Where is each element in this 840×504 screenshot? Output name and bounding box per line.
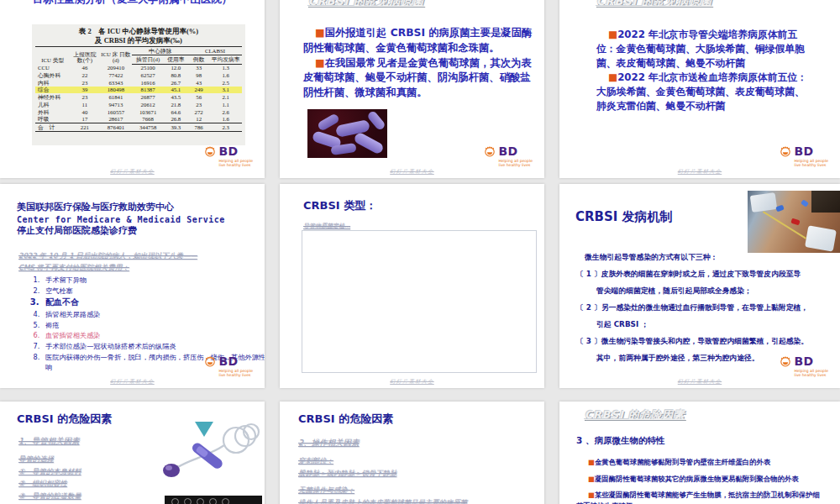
garbled-line: 2、操作相关因素 (298, 437, 467, 449)
icu-usage-table: 表 2 各 ICU 中心静脉导管使用率(%) 及 CRBSI 的平均发病率(‰)… (32, 24, 245, 145)
slide-7-list: 1、导管相关因素 导管的选择 ① 导管的本身材料 ② 组织相容性 ③ 导管的腔道… (18, 435, 81, 504)
slide-1-thumbnail[interactable]: 目标性监测分析（复旦大学附属中山医院） 表 2 各 ICU 中心静脉导管使用率(… (0, 0, 265, 178)
slide-9-heading: 3 、病原微生物的特性 (576, 435, 664, 447)
bd-sun-icon (779, 354, 792, 368)
iv-catheter-illustration (153, 408, 260, 491)
slide-9-bullets: ■金黄色葡萄球菌能够黏附到导管内壁宿主纤维蛋白的外表 ■凝固酶阴性葡萄球菌较其它… (576, 457, 825, 504)
bacteria-micrograph-image (307, 109, 387, 158)
bd-logo: BD Helping all peoplelive healthy lives (203, 144, 253, 168)
bd-sun-icon (203, 354, 217, 368)
bd-wordmark: BD (218, 145, 253, 157)
slide-6-title: CRBSI 发病机制 (575, 209, 673, 225)
list-item: 手术部位感染—冠状动脉搭桥术后的纵隔炎 (42, 341, 265, 352)
square-bullet-icon: ■ (588, 491, 595, 499)
bd-sun-icon (203, 144, 217, 158)
list-item: 褥疮 (42, 320, 265, 331)
slide-9-fancy-title: CRBSI 的危险因素 (585, 408, 685, 423)
list-item: 插管相关尿路感染 (42, 309, 265, 320)
col-header-hospitals: 上报医院 数(个) (70, 47, 99, 64)
bd-sun-icon (779, 144, 792, 158)
slide-6-body: 微生物引起导管感染的方式有以下三种： 〔 1 〕皮肤外表的细菌在穿刺时或之后，通… (576, 253, 828, 370)
slide-8-list: 2、操作相关因素 穿刺部位： 股静脉＞颈内静脉＞锁骨下静脉 无菌操作与感染： 操… (298, 437, 467, 504)
slide-8-thumbnail[interactable]: CRBSI 的危险因素 2、操作相关因素 穿刺部位： 股静脉＞颈内静脉＞锁骨下静… (280, 402, 544, 504)
empty-content-box (302, 230, 537, 373)
col-header-cases: 例数 (188, 55, 209, 64)
square-bullet-icon: ■ (315, 57, 325, 69)
square-bullet-icon: ■ (608, 29, 617, 40)
square-bullet-icon: ■ (608, 71, 617, 83)
garbled-line: 导管的选择 (18, 454, 81, 465)
bd-logo: BD Helping all peoplelive healthy lives (483, 144, 533, 168)
table-row: 内科2363343 1691626.743 2.5 (35, 79, 242, 87)
col-header-icu-type: ICU 类型 (35, 47, 70, 64)
garbled-line: ③ 导管的腔道数量 (18, 491, 81, 501)
square-bullet-icon: ■ (588, 458, 595, 466)
bullet-line: ■金黄色葡萄球菌能够黏附到导管内壁宿主纤维蛋白的外表 (576, 457, 825, 468)
table-caption-line1: 表 2 各 ICU 中心静脉导管使用率(%) (32, 27, 245, 36)
garbled-line: ② 组织相容性 (18, 478, 81, 489)
bd-tagline: Helping all peoplelive healthy lives (218, 159, 253, 168)
table-row: 呼吸1728617 766826.812 1.6 (35, 116, 242, 123)
table-row: 心胸外科2277422 6252780.898 1.6 (35, 71, 242, 79)
list-item: 配血不合 (42, 296, 265, 309)
col-header-use-rate: 使用率 (164, 55, 188, 64)
col-group-cvc: 中心静脉 (132, 47, 187, 55)
body-line: 〔 1 〕皮肤外表的细菌在穿刺时或之后，通过皮下致导管皮内段至导 (576, 270, 828, 279)
slide-2-body: ■国外报道引起 CRBSI 的病原菌主要是凝固酶阴性葡萄球菌、金黄色葡萄球菌和念… (303, 26, 535, 101)
table-row: 合 计221876401 34475839.3786 2.3 (35, 123, 242, 132)
bd-tagline: Helping all peoplelive healthy lives (498, 159, 533, 168)
bullet-line: ■某些凝固酶阴性葡萄球菌能够产生生物膜，抵抗宿主的防卫机制和保护细菌不被抗生素破… (576, 490, 825, 504)
garbled-line: 股静脉＞颈内静脉＞锁骨下静脉 (298, 468, 467, 479)
slide-7-title: CRBSI 的危险因素 (17, 412, 112, 427)
slide-1-title: 目标性监测分析（复旦大学附属中山医院） (0, 0, 265, 7)
list-item: 手术留下异物 (42, 275, 265, 286)
slide-8-title: CRBSI 的危险因素 (298, 412, 393, 427)
bd-wordmark: BD (794, 355, 828, 367)
garbled-line: 操作人员手及皮肤上的表皮葡萄球菌是最主要的病原菌 (298, 497, 467, 504)
col-header-bed-days: ICU 床 日数(d) (99, 47, 132, 64)
bd-logo: BD Helping all peoplelive healthy lives (779, 144, 828, 168)
bd-wordmark: BD (218, 355, 253, 367)
bd-sun-icon (483, 144, 496, 158)
square-bullet-icon: ■ (315, 27, 325, 39)
body-line: 〔 2 〕另一感染灶的微生物通过血行播散到导管，在导管上黏附定植， (576, 303, 828, 312)
slide-2-thumbnail[interactable]: CRBSI 的常见病原菌 ■国外报道引起 CRBSI 的病原菌主要是凝固酶阴性葡… (280, 0, 544, 178)
table-row: 儿科1194713 2061221.823 1.1 (35, 101, 242, 108)
slide-6-thumbnail[interactable]: CRBSI 发病机制 微生物引起导管感染的方式有以下三种： 〔 1 〕皮肤外表的… (559, 184, 840, 388)
watermark-text: 幻灯片素材大全 (110, 168, 155, 176)
square-bullet-icon: ■ (588, 475, 595, 483)
garbled-line: ① 导管的本身材料 (18, 466, 81, 477)
slide-3-body: ■2022 年北京市导管尖端培养病原体前五位：金黄色葡萄球菌、大肠埃希菌、铜绿假… (596, 28, 808, 114)
watermark-text: 幻灯片素材大全 (390, 168, 434, 176)
table-caption-line2: 及 CRBSI 的平均发病率(‰) (32, 36, 245, 45)
slide-9-thumbnail[interactable]: CRBSI 的危险因素 3 、病原微生物的特性 ■金黄色葡萄球菌能够黏附到导管内… (559, 402, 840, 504)
slide-4-heading: 美国联邦医疗保险与医疗救助效劳中心 Center for Medicare & … (17, 202, 225, 238)
bd-tagline: Helping all peoplelive healthy lives (794, 369, 828, 378)
table-row: 外科40160557 10367164.6272 2.6 (35, 108, 242, 116)
bd-tagline: Helping all peoplelive healthy lives (218, 369, 253, 378)
catheter-parts-strip-image (165, 496, 262, 504)
bd-wordmark: BD (794, 145, 828, 157)
bd-tagline: Helping all peoplelive healthy lives (794, 159, 828, 168)
slide-2-title: CRBSI 的常见病原菌 (308, 0, 424, 9)
watermark-text: 幻灯片素材大全 (110, 378, 155, 386)
body-line: 〔 3 〕微生物污染导管接头和内腔，导致管腔内细菌繁殖，引起感染。 (576, 337, 828, 346)
garbled-line: 穿刺部位： (298, 455, 467, 466)
slide-4-subnote: 2022 年 10 月 1 日后出院的病人，如出现以下八类—— CMS 将不再支… (18, 249, 197, 274)
col-header-avg-rate: 平均发病率 (209, 55, 242, 64)
table-row: 综合39180498 8138745.1249 3.1 (35, 87, 242, 94)
slide-4-thumbnail[interactable]: 美国联邦医疗保险与医疗救助效劳中心 Center for Medicare & … (0, 184, 265, 388)
table-row: CCU46209410 2510012.033 1.3 (35, 64, 242, 71)
slide-5-note: 导管病原菌定植… (303, 222, 350, 230)
col-header-cath-days: 插管日(d) (132, 55, 163, 64)
bd-logo: BD Helping all peoplelive healthy lives (203, 354, 253, 378)
watermark-text: 幻灯片素材大全 (390, 378, 434, 386)
body-line: 管尖端的细菌定植，随后引起局部或全身感染； (596, 286, 828, 296)
bullet-line: ■凝固酶阴性葡萄球菌较其它的病原微生物更易黏附到聚合物的外表 (576, 474, 825, 485)
slide-7-thumbnail[interactable]: CRBSI 的危险因素 1、导管相关因素 导管的选择 ① 导管的本身材料 ② 组… (0, 402, 265, 504)
slide-3-title: CRBSI 的常见病原菌 (596, 0, 712, 9)
watermark-text: 幻灯片素材大全 (678, 378, 722, 386)
slide-5-thumbnail[interactable]: CRBSI 类型： 导管病原菌定植… 幻灯片素材大全 (280, 184, 544, 388)
garbled-line: 1、导管相关因素 (18, 435, 81, 447)
slide-3-thumbnail[interactable]: CRBSI 的常见病原菌 ■2022 年北京市导管尖端培养病原体前五位：金黄色葡… (559, 0, 840, 178)
